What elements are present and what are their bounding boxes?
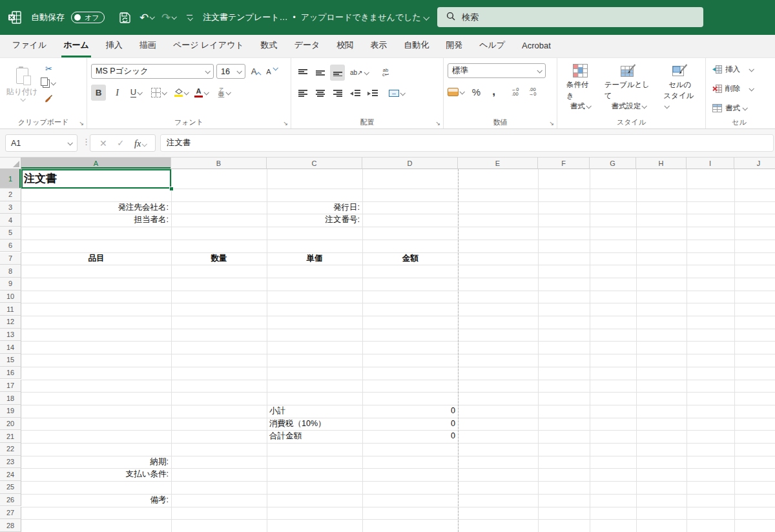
dialog-launcher-icon[interactable]: ↘ — [79, 121, 84, 127]
search-input[interactable]: 検索 — [437, 7, 703, 27]
cell-A23[interactable]: 納期: — [21, 456, 171, 469]
percent-style-button[interactable]: % — [469, 84, 484, 100]
row-header-1[interactable]: 1 — [0, 169, 21, 189]
comma-style-button[interactable]: , — [486, 84, 501, 100]
row-header-4[interactable]: 4 — [0, 214, 21, 227]
dialog-launcher-icon[interactable]: ↘ — [549, 121, 554, 127]
column-header-D[interactable]: D — [362, 158, 458, 169]
row-header-16[interactable]: 16 — [0, 367, 21, 380]
number-format-combo[interactable]: 標準 — [448, 63, 546, 78]
row-header-5[interactable]: 5 — [0, 227, 21, 240]
cell-C3[interactable]: 発行日: — [267, 201, 362, 214]
column-header-I[interactable]: I — [687, 158, 734, 169]
align-top-button[interactable] — [295, 65, 310, 81]
column-header-E[interactable]: E — [458, 158, 538, 169]
dialog-launcher-icon[interactable]: ↘ — [283, 121, 288, 127]
cell-A24[interactable]: 支払い条件: — [21, 468, 171, 481]
row-header-7[interactable]: 7 — [0, 252, 21, 265]
conditional-formatting-button[interactable]: 条件付き 書式 — [561, 63, 599, 112]
row-header-11[interactable]: 11 — [0, 303, 21, 316]
format-as-table-button[interactable]: テーブルとして 書式設定 — [599, 63, 659, 112]
select-all-button[interactable] — [0, 158, 21, 169]
align-middle-button[interactable] — [313, 65, 327, 81]
delete-cells-button[interactable]: 削除 — [712, 81, 769, 97]
decrease-indent-button[interactable] — [347, 85, 362, 101]
cell-B7[interactable]: 数量 — [171, 252, 267, 265]
row-header-14[interactable]: 14 — [0, 341, 21, 354]
format-painter-button[interactable] — [41, 91, 56, 105]
phonetic-guide-button[interactable]: ア 亜 — [216, 85, 231, 101]
tab-data[interactable]: データ — [293, 35, 322, 57]
name-box[interactable]: A1 — [5, 134, 78, 152]
cell-C19[interactable]: 小計 — [267, 405, 362, 418]
cell-styles-button[interactable]: セルの スタイル — [658, 63, 701, 112]
row-header-22[interactable]: 22 — [0, 443, 21, 456]
formula-input[interactable]: 注文書 — [160, 134, 774, 152]
save-button[interactable] — [115, 8, 134, 27]
tab-view[interactable]: 表示 — [368, 35, 389, 57]
enter-icon[interactable]: ✓ — [117, 138, 124, 148]
tab-insert[interactable]: 挿入 — [104, 35, 125, 57]
font-color-button[interactable]: A — [194, 85, 209, 101]
quick-access-overflow-button[interactable] — [185, 15, 194, 21]
tab-developer[interactable]: 開発 — [444, 35, 464, 57]
bold-button[interactable]: B — [91, 85, 106, 101]
row-header-15[interactable]: 15 — [0, 354, 21, 367]
decrease-decimal-button[interactable]: .00→0 — [525, 84, 540, 100]
cell-A7[interactable]: 品目 — [21, 252, 171, 265]
row-header-6[interactable]: 6 — [0, 240, 21, 252]
align-center-button[interactable] — [313, 85, 327, 101]
row-header-25[interactable]: 25 — [0, 481, 21, 494]
row-header-8[interactable]: 8 — [0, 265, 21, 278]
undo-button[interactable]: ↶ — [137, 8, 156, 27]
tab-automate[interactable]: 自動化 — [402, 35, 431, 57]
dialog-launcher-icon[interactable]: ↘ — [435, 121, 440, 127]
row-header-2[interactable]: 2 — [0, 189, 21, 201]
accounting-format-button[interactable] — [448, 84, 464, 100]
row-header-19[interactable]: 19 — [0, 405, 21, 418]
italic-button[interactable]: I — [110, 85, 125, 101]
cell-C4[interactable]: 注文番号: — [267, 214, 362, 227]
tab-help[interactable]: ヘルプ — [477, 35, 507, 57]
copy-button[interactable] — [41, 76, 56, 90]
font-name-combo[interactable]: MS Pゴシック — [91, 64, 214, 79]
document-title[interactable]: 注文書テンプレート… • アップロードできませんでした — [203, 12, 428, 23]
tab-page-layout[interactable]: ページ レイアウト — [171, 35, 246, 57]
font-size-combo[interactable]: 16 — [216, 64, 245, 79]
cell-C20[interactable]: 消費税（10%） — [267, 418, 362, 431]
column-header-A[interactable]: A — [21, 158, 171, 169]
cut-button[interactable]: ✂ — [41, 61, 56, 76]
cell-A26[interactable]: 備考: — [21, 494, 171, 507]
row-header-9[interactable]: 9 — [0, 278, 21, 291]
shrink-font-button[interactable]: A — [264, 63, 279, 79]
cell-A3[interactable]: 発注先会社名: — [21, 201, 171, 214]
insert-cells-button[interactable]: 挿入 — [712, 61, 769, 77]
format-cells-button[interactable]: 書式 — [712, 100, 769, 116]
column-header-F[interactable]: F — [538, 158, 590, 169]
align-bottom-button[interactable] — [330, 65, 345, 81]
tab-formulas[interactable]: 数式 — [259, 35, 280, 57]
merge-center-button[interactable]: ↔ — [389, 85, 404, 101]
cell-grid[interactable]: 注文書発注先会社名:担当者名:発行日:注文番号:品目数量単価金額小計0消費税（1… — [21, 169, 775, 532]
insert-function-button[interactable]: fx — [134, 138, 146, 149]
grow-font-button[interactable]: A — [249, 63, 264, 79]
cell-D21[interactable]: 0 — [362, 430, 458, 443]
wrap-text-button[interactable]: abc↩ — [378, 65, 393, 81]
increase-indent-button[interactable] — [365, 85, 380, 101]
row-header-26[interactable]: 26 — [0, 494, 21, 507]
row-header-21[interactable]: 21 — [0, 430, 21, 443]
cell-C7[interactable]: 単価 — [267, 252, 362, 265]
column-header-C[interactable]: C — [267, 158, 362, 169]
row-header-24[interactable]: 24 — [0, 468, 21, 481]
borders-button[interactable] — [151, 85, 166, 101]
row-header-10[interactable]: 10 — [0, 291, 21, 303]
align-left-button[interactable] — [295, 85, 310, 101]
tab-file[interactable]: ファイル — [10, 35, 48, 57]
autosave-toggle[interactable]: オフ — [71, 12, 105, 23]
cell-D19[interactable]: 0 — [362, 405, 458, 418]
tab-draw[interactable]: 描画 — [138, 35, 158, 57]
row-header-13[interactable]: 13 — [0, 329, 21, 342]
column-header-J[interactable]: J — [734, 158, 775, 169]
tab-home[interactable]: ホーム — [61, 35, 91, 57]
tab-review[interactable]: 校閲 — [335, 35, 355, 57]
